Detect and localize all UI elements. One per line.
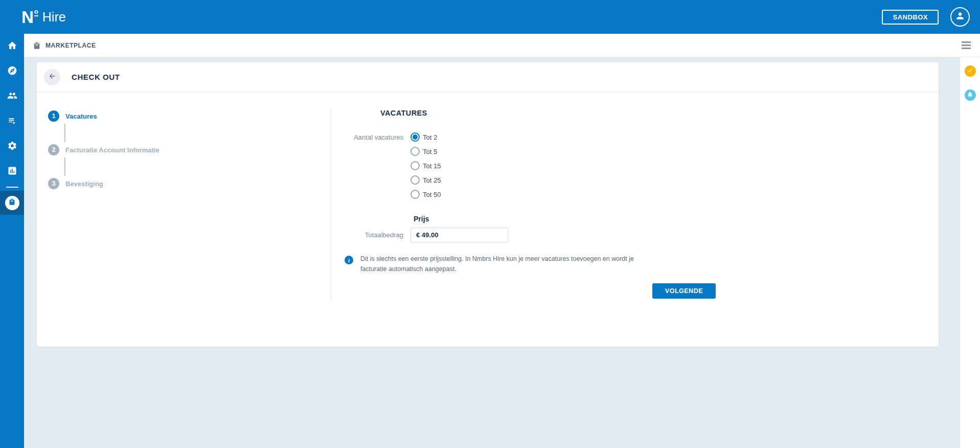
breadcrumb: MARKETPLACE xyxy=(45,42,96,49)
nmbrs-hire-logo[interactable]: N o Hire xyxy=(21,9,66,26)
radio-icon xyxy=(411,190,420,199)
sidebar-item-marketplace[interactable] xyxy=(0,191,24,215)
compass-icon xyxy=(7,65,17,78)
radio-label: Tot 2 xyxy=(423,133,437,141)
step-label: Vacatures xyxy=(65,113,97,120)
aantal-vacatures-label: Aantal vacatures xyxy=(331,132,411,204)
bar-chart-icon xyxy=(7,166,17,178)
notifications-button[interactable] xyxy=(965,89,976,101)
content-area: CHECK OUT 1 Vacatures 2 Facturatie Accou… xyxy=(24,57,960,448)
app-header: N o Hire SANDBOX xyxy=(0,0,980,34)
logo-ordinal: o xyxy=(34,8,38,16)
vacatures-radio-group: Tot 2 Tot 5 Tot 15 Tot 25 xyxy=(411,132,441,204)
totaalbedrag-label: Totaalbedrag xyxy=(331,231,411,239)
radio-label: Tot 15 xyxy=(423,162,441,170)
marketplace-active-badge xyxy=(5,196,19,210)
checkout-steps: 1 Vacatures 2 Facturatie Account Informa… xyxy=(37,92,331,346)
pricing-info-text: Dit is slechts een eerste prijsstelling.… xyxy=(360,254,649,274)
radio-tot-5[interactable]: Tot 5 xyxy=(411,147,441,156)
pricing-info: i Dit is slechts een eerste prijsstellin… xyxy=(331,254,716,274)
sandbox-button[interactable]: SANDBOX xyxy=(882,10,939,25)
actions-row: VOLGENDE xyxy=(331,283,716,299)
check-icon xyxy=(967,66,973,76)
radio-tot-15[interactable]: Tot 15 xyxy=(411,161,441,170)
radio-icon xyxy=(411,175,420,185)
step-bevestiging[interactable]: 3 Bevestiging xyxy=(48,178,331,189)
step-number-badge: 1 xyxy=(48,110,59,122)
radio-icon xyxy=(411,132,420,142)
step-connector xyxy=(64,124,65,142)
sidebar-item-candidates[interactable] xyxy=(0,84,24,109)
shopping-bag-icon xyxy=(8,198,16,208)
totaalbedrag-input[interactable] xyxy=(411,228,508,242)
playlist-icon xyxy=(7,116,17,128)
step-number-badge: 3 xyxy=(48,178,59,189)
totaalbedrag-row: Totaalbedrag xyxy=(331,228,716,242)
sidebar-item-settings[interactable] xyxy=(0,134,24,159)
radio-tot-50[interactable]: Tot 50 xyxy=(411,190,441,199)
step-number-badge: 2 xyxy=(48,144,59,155)
info-icon: i xyxy=(345,256,353,264)
logo-product: Hire xyxy=(42,10,66,25)
sidebar-divider xyxy=(6,187,18,188)
bell-icon xyxy=(967,91,973,100)
vacatures-form: VACATURES Aantal vacatures Tot 2 Tot 5 xyxy=(331,92,716,346)
user-avatar[interactable] xyxy=(950,7,970,27)
logo-n: N xyxy=(21,9,34,26)
checkout-body: 1 Vacatures 2 Facturatie Account Informa… xyxy=(37,92,939,346)
sidebar-item-reports[interactable] xyxy=(0,159,24,184)
marketplace-bag-icon xyxy=(33,41,41,50)
breadcrumb-bar: MARKETPLACE xyxy=(24,34,980,57)
sidebar-item-pipeline[interactable] xyxy=(0,109,24,134)
radio-label: Tot 25 xyxy=(423,176,441,184)
header-right: SANDBOX xyxy=(882,7,974,27)
person-icon xyxy=(955,11,965,23)
step-vacatures[interactable]: 1 Vacatures xyxy=(48,110,331,122)
menu-icon[interactable] xyxy=(960,39,973,51)
sidebar-item-explore[interactable] xyxy=(0,59,24,84)
arrow-left-icon xyxy=(48,72,56,82)
home-icon xyxy=(7,40,17,53)
step-label: Facturatie Account Informatie xyxy=(65,146,159,154)
step-connector xyxy=(64,158,65,176)
radio-tot-2[interactable]: Tot 2 xyxy=(411,132,441,142)
notification-rail xyxy=(960,57,980,448)
volgende-button[interactable]: VOLGENDE xyxy=(652,283,716,299)
section-title: VACATURES xyxy=(380,109,716,117)
sidebar-item-home[interactable] xyxy=(0,34,24,59)
users-icon xyxy=(7,91,17,103)
price-title: Prijs xyxy=(414,215,716,223)
aantal-vacatures-row: Aantal vacatures Tot 2 Tot 5 Tot 15 xyxy=(331,132,716,204)
radio-icon xyxy=(411,161,420,170)
page-title: CHECK OUT xyxy=(72,73,120,81)
status-check-button[interactable] xyxy=(965,65,976,77)
radio-label: Tot 5 xyxy=(423,148,437,155)
step-label: Bevestiging xyxy=(65,180,103,188)
sidebar xyxy=(0,34,24,448)
radio-tot-25[interactable]: Tot 25 xyxy=(411,175,441,185)
checkout-header: CHECK OUT xyxy=(37,62,939,92)
gear-icon xyxy=(7,141,17,153)
radio-label: Tot 50 xyxy=(423,191,441,198)
back-button[interactable] xyxy=(44,69,60,85)
checkout-card: CHECK OUT 1 Vacatures 2 Facturatie Accou… xyxy=(37,62,939,347)
radio-icon xyxy=(411,147,420,156)
step-facturatie[interactable]: 2 Facturatie Account Informatie xyxy=(48,144,331,155)
